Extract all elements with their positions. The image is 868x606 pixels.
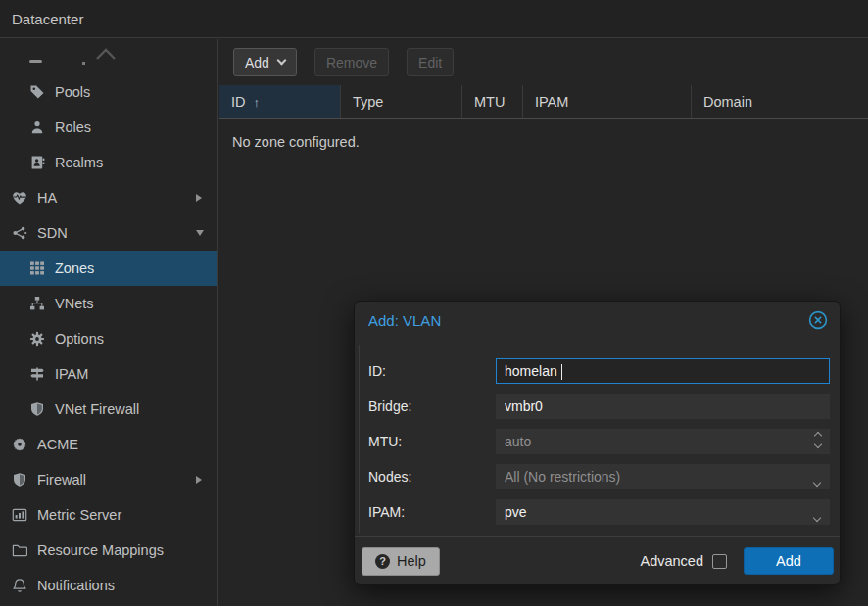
form-row-id: ID: [368, 358, 830, 384]
sidebar-item-label: Firewall [37, 472, 86, 488]
partial-icon [29, 60, 42, 63]
sidebar-item-label: Zones [55, 260, 94, 276]
bell-icon [12, 578, 27, 593]
help-button-label: Help [397, 553, 426, 569]
grid-icon [29, 260, 45, 276]
ipam-field-label: IPAM: [368, 504, 496, 520]
column-header-ipam[interactable]: IPAM [523, 85, 692, 118]
sidebar-item-sdn[interactable]: SDN [0, 215, 217, 251]
column-label: Domain [703, 94, 752, 110]
sidebar-item-ha[interactable]: HA [0, 180, 217, 215]
form-row-bridge: Bridge: [368, 394, 830, 419]
partial-text-fragment [82, 62, 85, 65]
form-row-mtu: MTU: [368, 429, 830, 454]
map-signs-icon [29, 366, 45, 382]
sidebar-item-metric-server[interactable]: Metric Server [0, 497, 217, 533]
nodes-select[interactable] [496, 464, 830, 489]
id-input[interactable] [497, 359, 829, 383]
form-row-nodes: Nodes: [368, 464, 830, 489]
remove-button-label: Remove [326, 55, 377, 70]
sidebar-item-label: HA [37, 190, 57, 206]
add-vlan-dialog: Add: VLAN ID: Bridge: MTU: [354, 301, 841, 585]
collapse-up-icon [95, 47, 117, 61]
dropdown-caret-icon[interactable] [814, 508, 820, 524]
add-button-label: Add [245, 55, 269, 70]
column-label: ID [231, 94, 246, 110]
certificate-icon [12, 437, 27, 452]
column-header-id[interactable]: ID ↑ [219, 85, 341, 118]
dropdown-caret-icon[interactable] [814, 473, 820, 489]
spinner-down-icon[interactable] [814, 441, 822, 448]
sidebar-nav-tree: Pools Roles Realms HA SDN Zones VNets [0, 39, 218, 606]
sitemap-icon [29, 296, 45, 311]
advanced-checkbox[interactable] [712, 554, 727, 569]
sidebar-item-roles[interactable]: Roles [0, 110, 217, 145]
bridge-field [496, 394, 830, 419]
sidebar-item-label: Options [55, 331, 104, 347]
column-header-domain[interactable]: Domain [692, 85, 868, 118]
mtu-field-label: MTU: [368, 434, 496, 449]
ipam-input[interactable] [497, 500, 829, 524]
chevron-down-icon [276, 56, 286, 66]
sidebar-item-notifications[interactable]: Notifications [0, 568, 217, 603]
mtu-field [496, 429, 830, 454]
sidebar-item-label: IPAM [55, 366, 88, 382]
top-bar: Datacenter [0, 0, 868, 38]
help-button[interactable]: ? Help [362, 547, 440, 576]
sidebar-item-label: Realms [55, 155, 103, 170]
sidebar-item-label: VNet Firewall [55, 401, 139, 417]
dialog-add-button[interactable]: Add [744, 547, 834, 575]
bridge-field-label: Bridge: [368, 398, 496, 414]
question-circle-icon: ? [375, 554, 390, 569]
advanced-label: Advanced [641, 553, 704, 569]
edit-button[interactable]: Edit [407, 48, 454, 76]
sidebar-item-vnet-firewall[interactable]: VNet Firewall [0, 392, 217, 427]
zones-toolbar: Add Remove Edit [219, 39, 868, 85]
sidebar-item-label: Metric Server [37, 507, 121, 523]
spinner-up-icon[interactable] [814, 432, 822, 440]
ipam-select[interactable] [496, 499, 830, 525]
sidebar-item-acme[interactable]: ACME [0, 427, 217, 462]
empty-table-message: No zone configured. [219, 119, 868, 150]
text-cursor [561, 364, 562, 380]
page-title: Datacenter [12, 11, 83, 27]
dialog-header[interactable]: Add: VLAN [355, 302, 840, 339]
column-header-mtu[interactable]: MTU [462, 85, 523, 118]
nodes-field-label: Nodes: [368, 469, 496, 485]
add-button[interactable]: Add [233, 48, 297, 76]
sidebar-item-partial[interactable] [0, 39, 217, 74]
sidebar-item-label: Resource Mappings [37, 542, 164, 558]
sidebar-item-pools[interactable]: Pools [0, 74, 217, 110]
sidebar-item-zones[interactable]: Zones [0, 251, 217, 286]
sidebar-item-ipam[interactable]: IPAM [0, 356, 217, 392]
number-spinner[interactable] [815, 433, 821, 447]
sidebar-item-realms[interactable]: Realms [0, 145, 217, 180]
column-label: Type [353, 94, 383, 110]
bridge-input[interactable] [497, 395, 829, 418]
id-field [496, 358, 830, 384]
user-icon [29, 119, 45, 135]
tag-icon [29, 84, 45, 100]
mtu-input[interactable] [497, 430, 829, 453]
column-header-type[interactable]: Type [341, 85, 462, 118]
chevron-right-icon[interactable] [196, 476, 202, 484]
remove-button[interactable]: Remove [314, 48, 389, 76]
bar-chart-icon [12, 507, 27, 523]
sidebar-item-firewall[interactable]: Firewall [0, 462, 217, 497]
id-field-label: ID: [368, 363, 496, 379]
dialog-form: ID: Bridge: MTU: [355, 339, 840, 536]
chevron-right-icon[interactable] [196, 194, 202, 202]
chevron-down-icon[interactable] [196, 230, 204, 236]
address-book-icon [29, 155, 45, 170]
dialog-add-button-label: Add [776, 553, 801, 569]
sidebar-item-options[interactable]: Options [0, 321, 217, 356]
sidebar-item-resource-mappings[interactable]: Resource Mappings [0, 533, 217, 568]
nodes-input[interactable] [497, 465, 829, 489]
form-row-ipam: IPAM: [368, 499, 830, 525]
sidebar-item-label: VNets [55, 296, 94, 311]
sidebar-item-vnets[interactable]: VNets [0, 286, 217, 321]
close-icon[interactable] [808, 310, 828, 330]
dialog-title: Add: VLAN [368, 312, 441, 329]
gear-icon [29, 331, 45, 347]
shield-icon [29, 401, 45, 417]
